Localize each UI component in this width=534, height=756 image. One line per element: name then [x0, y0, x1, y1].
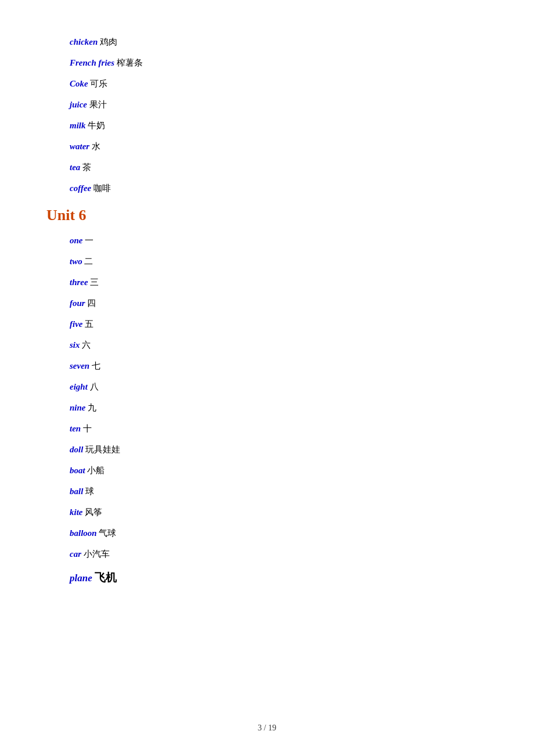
vocab-item: three 三	[70, 275, 488, 289]
vocab-item: Coke 可乐	[70, 77, 488, 91]
plane-item-container: plane 飞机	[46, 569, 488, 586]
top-vocab-list: chicken 鸡肉French fries 榨薯条Coke 可乐juice 果…	[46, 35, 488, 195]
plane-zh: 飞机	[95, 571, 117, 584]
vocab-item: balloon 气球	[70, 526, 488, 540]
vocab-item: chicken 鸡肉	[70, 35, 488, 49]
vocab-en: coffee	[70, 183, 91, 193]
vocab-en: Coke	[70, 79, 88, 88]
vocab-en: nine	[70, 403, 86, 412]
vocab-en: juice	[70, 100, 87, 109]
vocab-en: boat	[70, 466, 85, 475]
vocab-en: milk	[70, 121, 86, 130]
vocab-item: five 五	[70, 317, 488, 331]
vocab-item: four 四	[70, 296, 488, 310]
vocab-item: French fries 榨薯条	[70, 56, 488, 70]
vocab-zh: 可乐	[90, 79, 107, 88]
vocab-item: eight 八	[70, 380, 488, 394]
vocab-en: kite	[70, 507, 83, 517]
vocab-item: one 一	[70, 233, 488, 247]
vocab-item: car 小汽车	[70, 547, 488, 561]
vocab-zh: 一	[85, 236, 93, 245]
vocab-en: doll	[70, 445, 83, 454]
vocab-item: water 水	[70, 139, 488, 153]
vocab-item: milk 牛奶	[70, 118, 488, 132]
vocab-item: ten 十	[70, 422, 488, 435]
vocab-zh: 三	[90, 278, 99, 287]
vocab-en: seven	[70, 361, 89, 370]
vocab-en: car	[70, 549, 81, 559]
vocab-zh: 果汁	[89, 100, 107, 109]
vocab-zh: 茶	[82, 163, 91, 172]
vocab-zh: 水	[92, 142, 100, 151]
vocab-zh: 九	[88, 403, 96, 412]
vocab-item: seven 七	[70, 359, 488, 373]
vocab-zh: 球	[85, 487, 94, 496]
vocab-en: five	[70, 319, 82, 329]
vocab-item: ball 球	[70, 484, 488, 498]
vocab-zh: 风筝	[85, 507, 102, 517]
vocab-en: ten	[70, 424, 81, 433]
vocab-zh: 气球	[99, 528, 116, 538]
vocab-en: three	[70, 278, 88, 287]
vocab-zh: 八	[90, 382, 99, 391]
vocab-en: six	[70, 340, 80, 350]
unit6-vocab-list: one 一two 二three 三four 四five 五six 六seven …	[46, 233, 488, 561]
vocab-en: ball	[70, 487, 83, 496]
vocab-zh: 五	[85, 319, 93, 329]
vocab-item: juice 果汁	[70, 98, 488, 111]
vocab-en: eight	[70, 382, 88, 391]
plane-vocab-item: plane 飞机	[70, 569, 488, 586]
vocab-item: six 六	[70, 338, 488, 352]
vocab-zh: 榨薯条	[117, 58, 143, 67]
vocab-zh: 牛奶	[88, 121, 105, 130]
vocab-item: coffee 咖啡	[70, 181, 488, 195]
vocab-zh: 四	[87, 298, 96, 308]
unit6-heading: Unit 6	[46, 207, 488, 224]
vocab-zh: 咖啡	[93, 183, 111, 193]
vocab-zh: 六	[82, 340, 91, 350]
vocab-zh: 二	[84, 257, 93, 266]
vocab-en: water	[70, 142, 89, 151]
vocab-en: tea	[70, 163, 80, 172]
vocab-en: French fries	[70, 58, 114, 67]
vocab-zh: 鸡肉	[100, 37, 117, 46]
vocab-en: balloon	[70, 528, 97, 538]
vocab-zh: 十	[83, 424, 92, 433]
unit6-section: Unit 6 one 一two 二three 三four 四five 五six …	[46, 207, 488, 586]
vocab-zh: 小汽车	[84, 549, 110, 559]
vocab-en: two	[70, 257, 82, 266]
vocab-item: tea 茶	[70, 160, 488, 174]
vocab-en: chicken	[70, 37, 98, 46]
vocab-item: boat 小船	[70, 463, 488, 477]
plane-en: plane	[70, 573, 92, 584]
vocab-zh: 玩具娃娃	[85, 445, 120, 454]
vocab-zh: 小船	[87, 466, 104, 475]
vocab-en: four	[70, 298, 85, 308]
page-footer: 3 / 19	[0, 723, 534, 733]
vocab-item: kite 风筝	[70, 505, 488, 519]
vocab-item: nine 九	[70, 401, 488, 415]
vocab-item: two 二	[70, 254, 488, 268]
vocab-en: one	[70, 236, 83, 245]
vocab-zh: 七	[92, 361, 100, 370]
vocab-item: doll 玩具娃娃	[70, 442, 488, 456]
page-number: 3 / 19	[258, 723, 276, 732]
